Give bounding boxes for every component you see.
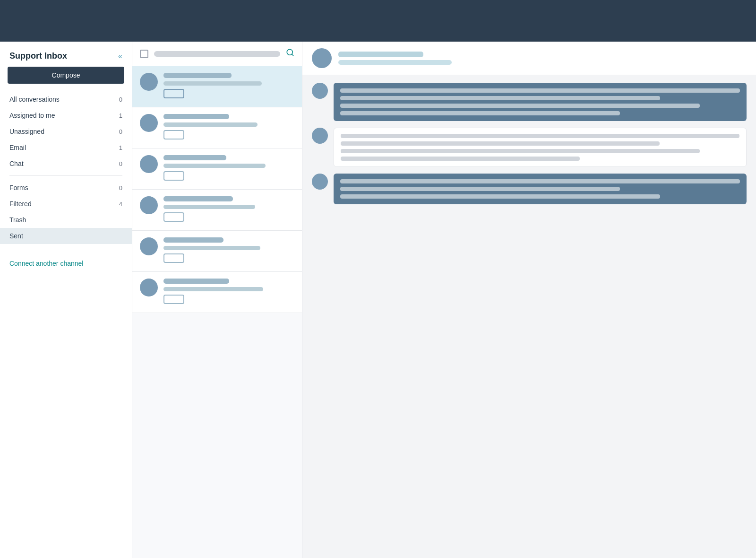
nav-divider-1 — [9, 175, 122, 176]
connect-another-channel[interactable]: Connect another channel — [0, 252, 132, 275]
nav-divider-2 — [9, 248, 122, 248]
nav-count-forms: 0 — [119, 184, 122, 192]
conv-name — [163, 196, 233, 201]
conv-item[interactable] — [132, 190, 302, 231]
conv-content — [163, 155, 294, 183]
sidebar-title: Support Inbox — [9, 51, 67, 61]
contact-avatar — [312, 48, 332, 68]
avatar — [140, 237, 158, 255]
message-block — [312, 83, 747, 121]
conv-name — [163, 237, 223, 243]
avatar — [140, 155, 158, 173]
conv-content — [163, 114, 294, 141]
conv-tag — [163, 171, 184, 181]
message-line — [340, 96, 660, 100]
message-line — [340, 104, 700, 108]
message-block — [312, 174, 747, 204]
sidebar-header: Support Inbox « — [0, 42, 132, 67]
message-line — [340, 187, 620, 191]
message-thread — [302, 75, 756, 558]
message-bubble-sent — [334, 83, 747, 121]
nav-label-assigned-to-me: Assigned to me — [9, 112, 55, 119]
message-line — [340, 111, 620, 115]
message-line — [341, 134, 739, 138]
sidebar-item-assigned-to-me[interactable]: Assigned to me 1 — [0, 107, 132, 123]
conv-item[interactable] — [132, 66, 302, 107]
conv-tag — [163, 253, 184, 263]
nav-label-trash: Trash — [9, 216, 26, 224]
sidebar-item-filtered[interactable]: Filtered 4 — [0, 196, 132, 212]
conv-item[interactable] — [132, 272, 302, 313]
collapse-icon[interactable]: « — [118, 52, 122, 61]
conv-tag — [163, 295, 184, 304]
avatar — [140, 196, 158, 214]
nav-count-email: 1 — [119, 144, 122, 151]
conv-name — [163, 73, 232, 78]
sidebar-item-chat[interactable]: Chat 0 — [0, 156, 132, 172]
conv-message — [163, 205, 255, 209]
conv-message — [163, 246, 260, 250]
conv-content — [163, 196, 294, 224]
top-bar — [0, 0, 756, 42]
nav-label-email: Email — [9, 144, 26, 151]
nav-count-chat: 0 — [119, 160, 122, 167]
message-line — [340, 88, 740, 93]
detail-header — [302, 42, 756, 75]
contact-info — [338, 52, 452, 65]
conv-content — [163, 279, 294, 306]
nav-count-filtered: 4 — [119, 201, 122, 208]
select-all-checkbox[interactable] — [140, 50, 148, 58]
contact-name — [338, 52, 423, 57]
message-bubble-sent — [334, 174, 747, 204]
message-avatar — [312, 174, 328, 190]
conv-name — [163, 155, 226, 160]
nav-items: All conversations 0 Assigned to me 1 Una… — [0, 91, 132, 558]
compose-button[interactable]: Compose — [8, 67, 124, 84]
conv-name — [163, 114, 229, 119]
nav-label-sent: Sent — [9, 232, 23, 240]
sidebar-item-sent[interactable]: Sent — [0, 228, 132, 244]
sidebar-item-unassigned[interactable]: Unassigned 0 — [0, 123, 132, 140]
avatar — [140, 114, 158, 132]
message-line — [341, 157, 580, 161]
nav-label-forms: Forms — [9, 184, 28, 192]
message-line — [341, 141, 660, 146]
sidebar-item-email[interactable]: Email 1 — [0, 140, 132, 156]
message-line — [340, 194, 660, 199]
message-avatar — [312, 128, 328, 144]
nav-count-all-conversations: 0 — [119, 96, 122, 103]
contact-subtitle — [338, 60, 452, 65]
nav-label-unassigned: Unassigned — [9, 128, 44, 135]
conv-tag — [163, 89, 184, 98]
sidebar-item-forms[interactable]: Forms 0 — [0, 180, 132, 196]
search-icon[interactable] — [286, 48, 294, 59]
svg-line-1 — [292, 54, 293, 55]
avatar — [140, 279, 158, 296]
sidebar-item-trash[interactable]: Trash — [0, 212, 132, 228]
main-layout: Support Inbox « Compose All conversation… — [0, 42, 756, 558]
nav-label-chat: Chat — [9, 160, 24, 167]
conv-content — [163, 73, 294, 100]
message-avatar — [312, 83, 328, 99]
conv-message — [163, 122, 258, 127]
nav-label-all-conversations: All conversations — [9, 96, 60, 103]
sidebar: Support Inbox « Compose All conversation… — [0, 42, 132, 558]
message-bubble-received — [334, 128, 747, 167]
nav-label-filtered: Filtered — [9, 200, 32, 208]
nav-count-assigned-to-me: 1 — [119, 112, 122, 119]
message-line — [341, 149, 700, 153]
conv-list-title — [154, 51, 280, 57]
conv-message — [163, 287, 263, 291]
nav-count-unassigned: 0 — [119, 128, 122, 135]
detail-panel — [302, 42, 756, 558]
conv-item[interactable] — [132, 148, 302, 190]
conv-message — [163, 81, 262, 86]
conv-name — [163, 279, 229, 284]
conv-item[interactable] — [132, 107, 302, 148]
conv-item[interactable] — [132, 231, 302, 272]
conv-list-header — [132, 42, 302, 66]
sidebar-item-all-conversations[interactable]: All conversations 0 — [0, 91, 132, 107]
conversation-list — [132, 42, 302, 558]
avatar — [140, 73, 158, 91]
message-line — [340, 179, 740, 183]
